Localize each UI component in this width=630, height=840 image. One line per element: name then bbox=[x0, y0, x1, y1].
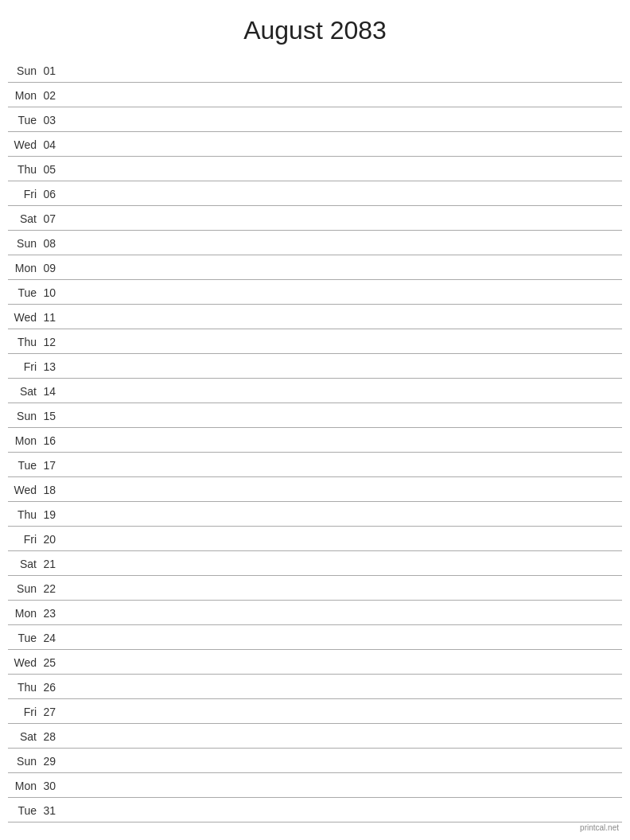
day-row: Tue31 bbox=[8, 798, 622, 822]
day-name: Mon bbox=[8, 262, 41, 274]
day-line bbox=[64, 737, 622, 737]
day-line bbox=[64, 613, 622, 614]
day-number: 06 bbox=[41, 188, 64, 200]
day-line bbox=[64, 416, 622, 417]
day-number: 10 bbox=[41, 286, 64, 299]
day-name: Mon bbox=[8, 607, 41, 620]
day-line bbox=[64, 169, 622, 170]
day-row: Mon23 bbox=[8, 601, 622, 625]
day-name: Fri bbox=[8, 706, 41, 718]
day-line bbox=[64, 145, 622, 146]
day-line bbox=[64, 243, 622, 244]
day-number: 21 bbox=[41, 558, 64, 570]
day-row: Tue17 bbox=[8, 453, 622, 477]
day-row: Sun22 bbox=[8, 576, 622, 601]
day-name: Sat bbox=[8, 730, 41, 743]
day-row: Wed25 bbox=[8, 650, 622, 675]
day-row: Fri13 bbox=[8, 354, 622, 379]
day-number: 07 bbox=[41, 212, 64, 225]
day-line bbox=[64, 515, 622, 515]
day-name: Tue bbox=[8, 459, 41, 472]
day-row: Sun08 bbox=[8, 231, 622, 255]
day-line bbox=[64, 786, 622, 787]
day-line bbox=[64, 317, 622, 318]
day-number: 02 bbox=[41, 89, 64, 102]
day-number: 29 bbox=[41, 755, 64, 768]
day-line bbox=[64, 120, 622, 121]
day-name: Wed bbox=[8, 138, 41, 151]
day-row: Mon16 bbox=[8, 428, 622, 453]
day-row: Tue24 bbox=[8, 625, 622, 650]
day-row: Fri20 bbox=[8, 527, 622, 551]
day-row: Tue03 bbox=[8, 107, 622, 132]
day-row: Thu12 bbox=[8, 329, 622, 354]
day-number: 16 bbox=[41, 434, 64, 447]
day-name: Wed bbox=[8, 311, 41, 324]
day-number: 27 bbox=[41, 706, 64, 718]
footer-text: printcal.net bbox=[580, 823, 619, 832]
day-line bbox=[64, 465, 622, 466]
day-row: Sat07 bbox=[8, 206, 622, 231]
day-line bbox=[64, 761, 622, 762]
day-name: Sat bbox=[8, 558, 41, 570]
day-row: Fri06 bbox=[8, 181, 622, 206]
day-line bbox=[64, 293, 622, 294]
day-line bbox=[64, 638, 622, 639]
day-line bbox=[64, 441, 622, 441]
day-name: Sun bbox=[8, 582, 41, 595]
day-row: Mon09 bbox=[8, 255, 622, 280]
day-number: 08 bbox=[41, 237, 64, 250]
day-number: 14 bbox=[41, 385, 64, 398]
day-number: 26 bbox=[41, 681, 64, 694]
day-line bbox=[64, 95, 622, 96]
day-name: Tue bbox=[8, 286, 41, 299]
day-name: Wed bbox=[8, 656, 41, 669]
day-row: Thu19 bbox=[8, 502, 622, 527]
day-name: Sun bbox=[8, 237, 41, 250]
day-line bbox=[64, 71, 622, 72]
day-name: Thu bbox=[8, 508, 41, 521]
day-row: Sun01 bbox=[8, 58, 622, 83]
day-name: Fri bbox=[8, 188, 41, 200]
day-number: 30 bbox=[41, 780, 64, 792]
day-name: Mon bbox=[8, 89, 41, 102]
day-number: 23 bbox=[41, 607, 64, 620]
day-row: Thu05 bbox=[8, 157, 622, 181]
day-line bbox=[64, 811, 622, 811]
day-line bbox=[64, 564, 622, 565]
day-row: Sun29 bbox=[8, 749, 622, 773]
day-row: Mon30 bbox=[8, 773, 622, 798]
day-name: Sat bbox=[8, 212, 41, 225]
day-number: 22 bbox=[41, 582, 64, 595]
day-row: Tue10 bbox=[8, 280, 622, 305]
day-name: Thu bbox=[8, 336, 41, 348]
day-number: 15 bbox=[41, 410, 64, 422]
day-number: 04 bbox=[41, 138, 64, 151]
day-name: Tue bbox=[8, 114, 41, 126]
day-line bbox=[64, 219, 622, 220]
day-row: Fri27 bbox=[8, 699, 622, 724]
day-name: Sat bbox=[8, 385, 41, 398]
day-name: Fri bbox=[8, 533, 41, 546]
day-line bbox=[64, 391, 622, 392]
day-row: Sat28 bbox=[8, 724, 622, 749]
day-number: 05 bbox=[41, 163, 64, 176]
day-number: 17 bbox=[41, 459, 64, 472]
day-row: Sun15 bbox=[8, 403, 622, 428]
day-row: Sat21 bbox=[8, 551, 622, 576]
day-row: Wed18 bbox=[8, 477, 622, 502]
day-name: Sun bbox=[8, 410, 41, 422]
day-number: 01 bbox=[41, 64, 64, 77]
day-name: Thu bbox=[8, 681, 41, 694]
day-line bbox=[64, 663, 622, 663]
page-title: August 2083 bbox=[0, 0, 630, 58]
day-name: Tue bbox=[8, 632, 41, 644]
calendar-grid: Sun01Mon02Tue03Wed04Thu05Fri06Sat07Sun08… bbox=[0, 58, 630, 822]
day-name: Thu bbox=[8, 163, 41, 176]
day-number: 20 bbox=[41, 533, 64, 546]
day-row: Wed11 bbox=[8, 305, 622, 329]
day-line bbox=[64, 194, 622, 195]
day-name: Sun bbox=[8, 64, 41, 77]
day-line bbox=[64, 342, 622, 343]
day-name: Mon bbox=[8, 780, 41, 792]
